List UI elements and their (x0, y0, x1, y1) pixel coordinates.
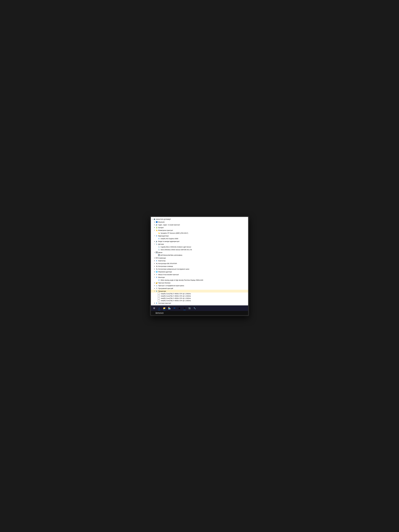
tree-item-mtf[interactable]: 💾 MTFDDAV256TBN-1AR15ABHA (151, 254, 248, 257)
intelhd-label: Intel(R) HD Graphics 5000 (161, 238, 248, 240)
chrome-icon: ◉ (178, 307, 180, 310)
device1-icon: 📷 (189, 307, 191, 309)
store-button[interactable]: 🏪 (167, 306, 172, 310)
mouse-icon: 🖱 (156, 273, 158, 276)
cpu3-label: Intel(R) Core(TM) i7-4550U CPU @ 1.50GHz (161, 298, 248, 299)
monitors-label: Монітори (158, 277, 248, 278)
security-chevron[interactable] (154, 282, 156, 284)
device-manager-button[interactable]: 🔧 (192, 306, 197, 310)
root-chevron[interactable] (151, 218, 153, 220)
processors-label: Процесори (158, 290, 248, 292)
processors-icon: 🖥 (156, 290, 158, 292)
remote-underline (183, 310, 186, 310)
tree-item-cpu2[interactable]: Intel(R) Core(TM) i7-4550U CPU @ 1.50GHz (151, 295, 248, 297)
ide-chevron[interactable] (154, 263, 156, 264)
mouse-chevron[interactable] (154, 274, 156, 275)
tree-item-cpu1[interactable]: Intel(R) Core(TM) i7-4550U CPU @ 1.50GHz (151, 292, 248, 295)
tree-item-usb[interactable]: 🔌 Контролери універсальної послідовної ш… (151, 268, 248, 270)
audio-io-chevron[interactable] (154, 241, 156, 242)
firmware-chevron[interactable] (154, 287, 156, 289)
tree-item-system[interactable]: 🖥 Системні пристрої (151, 302, 248, 304)
edge-button[interactable]: e (157, 306, 161, 310)
taskbar: ⊞ e 📁 🏪 ✉ ◉ (151, 305, 248, 311)
cpu4-icon (158, 300, 160, 302)
biometric-label: Біометричні пристрої (158, 229, 248, 231)
computer-icon: 💻 (153, 218, 156, 220)
computer-icon2: 🖥 (156, 260, 158, 262)
system-chevron[interactable] (154, 302, 156, 304)
remote-button[interactable]: 🖥 (182, 306, 187, 310)
computer-chevron[interactable] (154, 260, 156, 262)
audio-io-label: Вхідні та вихідні аудіопристрої (158, 241, 248, 242)
usb-chevron[interactable] (154, 268, 156, 270)
hid-chevron[interactable] (154, 285, 156, 286)
cpu4-label: Intel(R) Core(TM) i7-4550U CPU @ 1.50GHz (161, 300, 248, 302)
network-chevron[interactable] (154, 271, 156, 273)
tree-item-sensors[interactable]: 📡 Датчики (151, 243, 248, 246)
sierra-icon: 📡 (158, 248, 160, 251)
tree-root[interactable]: 💻 DESKTOP-QCPABQF (151, 218, 248, 221)
tree-item-biometric[interactable]: 👆 Біометричні пристрої (151, 229, 248, 232)
explorer-icon: 📁 (163, 307, 165, 310)
cpu3-icon (158, 297, 160, 299)
tree-item-audio[interactable]: 🔊 Аудіо-, відео- та ігрові пристрої (151, 223, 248, 226)
disks-chevron[interactable] (154, 252, 156, 253)
tree-item-ide[interactable]: 🔌 Контролери IDE ATA/ATAPI (151, 262, 248, 265)
audio-chevron[interactable] (154, 224, 156, 226)
intelhd-icon: 🖥 (158, 237, 160, 240)
tree-item-cpu3[interactable]: Intel(R) Core(TM) i7-4550U CPU @ 1.50GHz (151, 297, 248, 299)
tree-item-keyboards[interactable]: ⌨ Клавіатури (151, 257, 248, 259)
battery-label: Батареї (158, 227, 248, 228)
device-tree[interactable]: 💻 DESKTOP-QCPABQF 🔵 Bluetooth 🔊 Аудіо-, … (151, 217, 248, 305)
tree-item-display[interactable]: 🖥 Відеоадаптери (151, 234, 248, 237)
audio-icon: 🔊 (156, 224, 158, 226)
firmware-icon: ⚙ (156, 287, 158, 290)
tree-item-capella[interactable]: 📡 Capella Micro CM3218x Ambient Light Se… (151, 246, 248, 248)
mail-button[interactable]: ✉ (172, 306, 177, 310)
start-button[interactable]: ⊞ (152, 306, 156, 310)
tree-item-flexview[interactable]: 🖥 Wide viewing angle & High density Flex… (151, 279, 248, 281)
tree-item-audio-io[interactable]: 🔉 Вхідні та вихідні аудіопристрої (151, 240, 248, 243)
tree-item-intelhd[interactable]: 🖥 Intel(R) HD Graphics 5000 (151, 237, 248, 240)
cpu1-icon (158, 293, 160, 295)
display-chevron[interactable] (154, 235, 156, 237)
tree-item-sierra[interactable]: 📡 Sierra Wireless GNSS Sensor EM7345 4G … (151, 248, 248, 251)
capella-label: Capella Micro CM3218x Ambient Light Sens… (161, 246, 248, 248)
start-icon: ⊞ (153, 307, 155, 310)
bluetooth-chevron[interactable] (154, 221, 156, 223)
tree-item-disks[interactable]: 💾 Диски (151, 251, 248, 254)
tree-item-network[interactable]: 🌐 Мережеві адаптери (151, 270, 248, 273)
bluetooth-icon: 🔵 (156, 221, 158, 223)
cpu2-label: Intel(R) Core(TM) i7-4550U CPU @ 1.50GHz (161, 295, 248, 297)
tree-item-cpu4[interactable]: Intel(R) Core(TM) i7-4550U CPU @ 1.50GHz (151, 299, 248, 302)
tree-item-security[interactable]: 🔐 Пристрої безпеки (151, 281, 248, 284)
tree-item-firmware[interactable]: ⚙ Програмний пристрій (151, 287, 248, 290)
battery-chevron[interactable] (154, 227, 156, 228)
chrome-button[interactable]: ◉ (177, 306, 182, 310)
tree-item-computer[interactable]: 🖥 Комп'ютер (151, 259, 248, 262)
tree-item-monitors[interactable]: 🖥 Монітори (151, 276, 248, 279)
store-icon: 🏪 (168, 307, 171, 310)
system-label: Системні пристрої (158, 302, 248, 304)
tree-item-hid[interactable]: 📡 Пристрої з інтерфейсом користувача (151, 284, 248, 287)
screen: 💻 DESKTOP-QCPABQF 🔵 Bluetooth 🔊 Аудіо-, … (151, 217, 248, 315)
tree-item-mouse[interactable]: 🖱 Миша й інші вказівні пристрої (151, 273, 248, 276)
tree-item-processors[interactable]: 🖥 Процесори (151, 290, 248, 292)
mtf-label: MTFDDAV256TBN-1AR15ABHA (161, 254, 248, 256)
device1-button[interactable]: 📷 (187, 306, 192, 310)
ide-icon: 🔌 (156, 262, 158, 265)
sensors-chevron[interactable] (154, 243, 156, 245)
synaptics-label: Synaptics FP Sensors (WBF) (PID=0017) (161, 232, 248, 234)
tree-item-synaptics[interactable]: 👆 Synaptics FP Sensors (WBF) (PID=0017) (151, 232, 248, 234)
tree-item-storage[interactable]: 🔌 Контролери сховища (151, 265, 248, 268)
monitors-chevron[interactable] (154, 276, 156, 278)
display-icon: 🖥 (156, 235, 158, 237)
keyboards-chevron[interactable] (154, 257, 156, 259)
security-label: Пристрої безпеки (158, 282, 248, 284)
tree-item-bluetooth[interactable]: 🔵 Bluetooth (151, 221, 248, 223)
explorer-button[interactable]: 📁 (162, 306, 167, 310)
processors-chevron[interactable] (154, 290, 156, 292)
tree-item-battery[interactable]: 🔋 Батареї (151, 226, 248, 229)
biometric-chevron[interactable] (154, 229, 156, 231)
storage-chevron[interactable] (154, 265, 156, 267)
